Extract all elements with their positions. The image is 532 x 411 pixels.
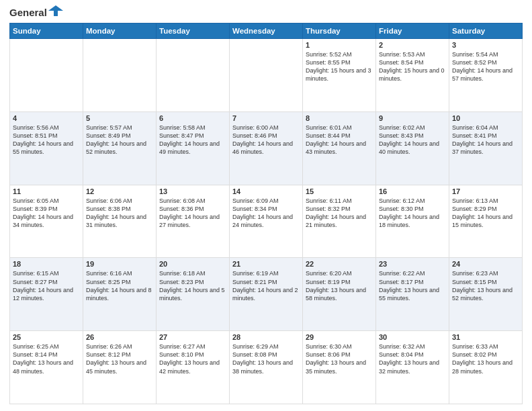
day-number: 5 bbox=[86, 114, 153, 122]
day-info: Sunrise: 6:04 AM Sunset: 8:41 PM Dayligh… bbox=[452, 124, 519, 156]
day-info: Sunrise: 6:27 AM Sunset: 8:10 PM Dayligh… bbox=[159, 342, 226, 375]
calendar-cell: 22Sunrise: 6:20 AM Sunset: 8:19 PM Dayli… bbox=[303, 258, 376, 331]
day-info: Sunrise: 6:15 AM Sunset: 8:27 PM Dayligh… bbox=[13, 269, 80, 302]
day-header: Wednesday bbox=[230, 24, 303, 39]
calendar-week-row: 4Sunrise: 5:56 AM Sunset: 8:51 PM Daylig… bbox=[10, 111, 523, 185]
day-number: 6 bbox=[159, 114, 226, 122]
calendar-cell: 8Sunrise: 6:01 AM Sunset: 8:44 PM Daylig… bbox=[303, 111, 376, 185]
calendar-cell: 31Sunrise: 6:33 AM Sunset: 8:02 PM Dayli… bbox=[449, 331, 523, 404]
day-number: 8 bbox=[306, 114, 373, 122]
day-info: Sunrise: 6:05 AM Sunset: 8:39 PM Dayligh… bbox=[13, 197, 80, 230]
day-info: Sunrise: 6:25 AM Sunset: 8:14 PM Dayligh… bbox=[13, 342, 80, 375]
day-number: 12 bbox=[86, 187, 153, 195]
day-info: Sunrise: 6:12 AM Sunset: 8:30 PM Dayligh… bbox=[379, 197, 446, 230]
day-number: 17 bbox=[452, 187, 519, 195]
calendar-cell bbox=[10, 39, 83, 112]
day-info: Sunrise: 6:02 AM Sunset: 8:43 PM Dayligh… bbox=[379, 124, 446, 156]
calendar-cell: 4Sunrise: 5:56 AM Sunset: 8:51 PM Daylig… bbox=[10, 111, 83, 185]
calendar-table: SundayMondayTuesdayWednesdayThursdayFrid… bbox=[9, 23, 523, 404]
logo-text: General bbox=[9, 7, 47, 19]
day-number: 26 bbox=[86, 333, 153, 341]
day-info: Sunrise: 6:23 AM Sunset: 8:15 PM Dayligh… bbox=[452, 269, 519, 302]
calendar-cell: 29Sunrise: 6:30 AM Sunset: 8:06 PM Dayli… bbox=[303, 331, 376, 404]
day-info: Sunrise: 5:58 AM Sunset: 8:47 PM Dayligh… bbox=[159, 124, 226, 156]
day-number: 20 bbox=[159, 260, 226, 268]
calendar-cell: 30Sunrise: 6:32 AM Sunset: 8:04 PM Dayli… bbox=[376, 331, 449, 404]
day-number: 9 bbox=[379, 114, 446, 122]
day-info: Sunrise: 5:52 AM Sunset: 8:55 PM Dayligh… bbox=[306, 50, 373, 83]
day-number: 24 bbox=[452, 260, 519, 268]
day-info: Sunrise: 6:20 AM Sunset: 8:19 PM Dayligh… bbox=[306, 269, 373, 302]
logo-bird-icon bbox=[48, 4, 63, 19]
svg-marker-0 bbox=[48, 5, 63, 16]
day-number: 25 bbox=[13, 333, 80, 341]
calendar-week-row: 1Sunrise: 5:52 AM Sunset: 8:55 PM Daylig… bbox=[10, 39, 523, 112]
day-info: Sunrise: 6:19 AM Sunset: 8:21 PM Dayligh… bbox=[232, 269, 300, 302]
calendar-cell: 28Sunrise: 6:29 AM Sunset: 8:08 PM Dayli… bbox=[230, 331, 303, 404]
calendar-cell: 13Sunrise: 6:08 AM Sunset: 8:36 PM Dayli… bbox=[157, 185, 230, 258]
day-info: Sunrise: 5:54 AM Sunset: 8:52 PM Dayligh… bbox=[452, 50, 519, 83]
day-info: Sunrise: 6:13 AM Sunset: 8:29 PM Dayligh… bbox=[452, 197, 519, 230]
calendar-cell: 17Sunrise: 6:13 AM Sunset: 8:29 PM Dayli… bbox=[449, 185, 523, 258]
calendar-cell: 20Sunrise: 6:18 AM Sunset: 8:23 PM Dayli… bbox=[157, 258, 230, 331]
day-info: Sunrise: 6:26 AM Sunset: 8:12 PM Dayligh… bbox=[86, 342, 153, 375]
calendar-week-row: 18Sunrise: 6:15 AM Sunset: 8:27 PM Dayli… bbox=[10, 258, 523, 331]
day-info: Sunrise: 6:33 AM Sunset: 8:02 PM Dayligh… bbox=[452, 342, 519, 375]
calendar-cell: 5Sunrise: 5:57 AM Sunset: 8:49 PM Daylig… bbox=[83, 111, 157, 185]
day-number: 30 bbox=[379, 333, 446, 341]
day-number: 3 bbox=[452, 41, 519, 49]
day-number: 2 bbox=[379, 41, 446, 49]
day-number: 23 bbox=[379, 260, 446, 268]
day-info: Sunrise: 6:06 AM Sunset: 8:38 PM Dayligh… bbox=[86, 197, 153, 230]
calendar-week-row: 11Sunrise: 6:05 AM Sunset: 8:39 PM Dayli… bbox=[10, 185, 523, 258]
calendar-cell: 23Sunrise: 6:22 AM Sunset: 8:17 PM Dayli… bbox=[376, 258, 449, 331]
calendar-cell: 3Sunrise: 5:54 AM Sunset: 8:52 PM Daylig… bbox=[449, 39, 523, 112]
day-info: Sunrise: 6:16 AM Sunset: 8:25 PM Dayligh… bbox=[86, 269, 153, 302]
calendar-cell: 10Sunrise: 6:04 AM Sunset: 8:41 PM Dayli… bbox=[449, 111, 523, 185]
header: General bbox=[9, 7, 523, 19]
day-info: Sunrise: 6:11 AM Sunset: 8:32 PM Dayligh… bbox=[306, 197, 373, 230]
day-header: Thursday bbox=[303, 24, 376, 39]
calendar-cell: 19Sunrise: 6:16 AM Sunset: 8:25 PM Dayli… bbox=[83, 258, 157, 331]
calendar-cell: 1Sunrise: 5:52 AM Sunset: 8:55 PM Daylig… bbox=[303, 39, 376, 112]
day-number: 7 bbox=[232, 114, 300, 122]
day-info: Sunrise: 5:53 AM Sunset: 8:54 PM Dayligh… bbox=[379, 50, 446, 83]
day-number: 15 bbox=[306, 187, 373, 195]
calendar-cell bbox=[157, 39, 230, 112]
calendar-cell: 15Sunrise: 6:11 AM Sunset: 8:32 PM Dayli… bbox=[303, 185, 376, 258]
page: General SundayMondayTuesdayWednesdayThur… bbox=[0, 0, 532, 411]
day-number: 21 bbox=[232, 260, 300, 268]
day-info: Sunrise: 6:00 AM Sunset: 8:46 PM Dayligh… bbox=[232, 124, 300, 156]
calendar-cell: 18Sunrise: 6:15 AM Sunset: 8:27 PM Dayli… bbox=[10, 258, 83, 331]
calendar-cell: 27Sunrise: 6:27 AM Sunset: 8:10 PM Dayli… bbox=[157, 331, 230, 404]
day-number: 1 bbox=[306, 41, 373, 49]
logo: General bbox=[9, 7, 63, 19]
day-header: Monday bbox=[83, 24, 157, 39]
day-number: 14 bbox=[232, 187, 300, 195]
day-info: Sunrise: 6:30 AM Sunset: 8:06 PM Dayligh… bbox=[306, 342, 373, 375]
day-info: Sunrise: 6:29 AM Sunset: 8:08 PM Dayligh… bbox=[232, 342, 300, 375]
calendar-cell: 25Sunrise: 6:25 AM Sunset: 8:14 PM Dayli… bbox=[10, 331, 83, 404]
day-number: 29 bbox=[306, 333, 373, 341]
calendar-cell: 26Sunrise: 6:26 AM Sunset: 8:12 PM Dayli… bbox=[83, 331, 157, 404]
day-number: 31 bbox=[452, 333, 519, 341]
day-number: 28 bbox=[232, 333, 300, 341]
calendar-cell: 14Sunrise: 6:09 AM Sunset: 8:34 PM Dayli… bbox=[230, 185, 303, 258]
day-header: Tuesday bbox=[157, 24, 230, 39]
day-number: 22 bbox=[306, 260, 373, 268]
calendar-cell: 7Sunrise: 6:00 AM Sunset: 8:46 PM Daylig… bbox=[230, 111, 303, 185]
day-info: Sunrise: 6:08 AM Sunset: 8:36 PM Dayligh… bbox=[159, 197, 226, 230]
day-info: Sunrise: 6:22 AM Sunset: 8:17 PM Dayligh… bbox=[379, 269, 446, 302]
day-number: 11 bbox=[13, 187, 80, 195]
calendar-cell: 21Sunrise: 6:19 AM Sunset: 8:21 PM Dayli… bbox=[230, 258, 303, 331]
day-info: Sunrise: 5:57 AM Sunset: 8:49 PM Dayligh… bbox=[86, 124, 153, 156]
day-header: Saturday bbox=[449, 24, 523, 39]
day-number: 27 bbox=[159, 333, 226, 341]
day-number: 4 bbox=[13, 114, 80, 122]
day-number: 10 bbox=[452, 114, 519, 122]
day-info: Sunrise: 6:09 AM Sunset: 8:34 PM Dayligh… bbox=[232, 197, 300, 230]
calendar-week-row: 25Sunrise: 6:25 AM Sunset: 8:14 PM Dayli… bbox=[10, 331, 523, 404]
day-number: 19 bbox=[86, 260, 153, 268]
calendar-cell bbox=[230, 39, 303, 112]
day-info: Sunrise: 6:01 AM Sunset: 8:44 PM Dayligh… bbox=[306, 124, 373, 156]
